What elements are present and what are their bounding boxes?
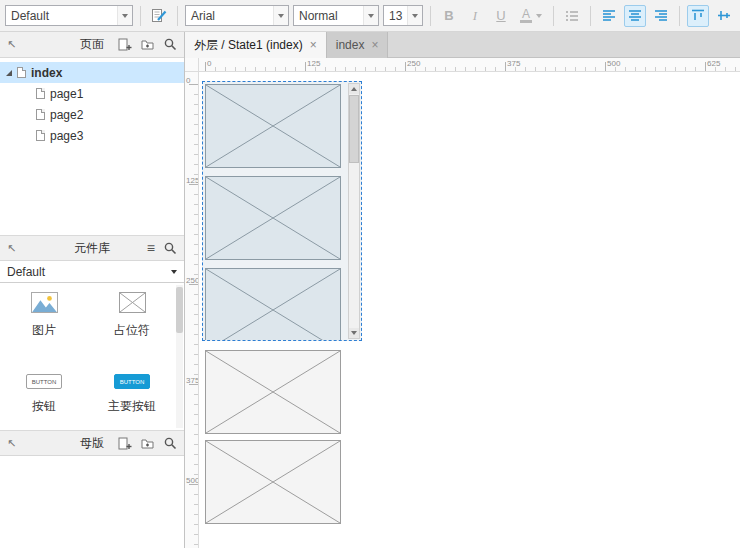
dropdown-arrow-icon [117,6,132,25]
toolbar-divider [553,6,554,26]
widget-library-value: Default [7,265,45,279]
edit-pencil-icon [151,8,167,23]
add-folder-icon[interactable] [141,437,155,450]
align-center-icon [628,9,642,22]
document-tabbar: 外层 / State1 (index) × index × [185,32,740,58]
font-color-icon: A [520,9,532,23]
vertical-ruler: 0 125 250 375 500 [185,72,199,548]
close-tab-icon[interactable]: × [310,39,317,51]
style-preset-dropdown[interactable]: Default [5,5,133,26]
dropdown-arrow-icon [536,14,542,18]
widget-item-primary-button[interactable]: BUTTON 主要按钮 [88,374,176,430]
placeholder-widget[interactable] [205,440,341,524]
horizontal-ruler: 0 125 250 375 500 625 [199,58,740,72]
left-sidebar: ↖ 页面 [0,32,185,548]
dropdown-arrow-icon [273,6,288,25]
search-icon[interactable] [164,242,177,255]
search-icon[interactable] [164,38,177,51]
font-family-dropdown[interactable]: Arial [185,5,289,26]
add-page-icon[interactable] [118,437,132,450]
add-page-icon[interactable] [118,38,132,51]
widgets-panel-header: ↖ 元件库 ≡ [0,235,184,261]
search-icon[interactable] [164,437,177,450]
tab-index-page[interactable]: index × [327,32,389,58]
placeholder-widget[interactable] [205,84,341,168]
toolbar-divider [177,6,178,26]
toolbar-divider [430,6,431,26]
masters-panel-header: ↖ 母版 [0,430,184,456]
page-file-icon [36,130,45,141]
float-panel-icon[interactable]: ↖ [7,38,16,51]
tree-item-page3[interactable]: page3 [0,125,184,146]
button-widget-icon: BUTTON [26,374,62,389]
tree-item-index[interactable]: index [0,62,184,83]
edit-style-button[interactable] [148,5,170,27]
ruler-corner [185,58,199,72]
scrollbar-thumb[interactable] [176,287,183,333]
widget-item-image[interactable]: 图片 [0,292,88,354]
scroll-up-icon[interactable] [349,84,359,94]
font-size-value: 13 [389,9,402,23]
tree-expander-icon[interactable] [6,70,12,76]
widget-item-button[interactable]: BUTTON 按钮 [0,374,88,430]
align-left-icon [602,9,616,22]
dropdown-arrow-icon [171,270,177,274]
align-left-button[interactable] [598,5,620,27]
widget-panel-scrollbar[interactable] [176,285,183,428]
placeholder-widget[interactable] [205,268,341,341]
panel-scrollbar[interactable] [348,83,360,339]
add-folder-icon[interactable] [141,38,155,51]
tree-item-page1[interactable]: page1 [0,83,184,104]
design-canvas[interactable] [199,72,740,548]
placeholder-widget-icon [119,292,146,313]
page-file-icon [36,109,45,120]
bullet-list-button[interactable] [561,5,583,27]
placeholder-widget[interactable] [205,176,341,260]
font-color-button[interactable]: A [516,5,546,27]
image-widget-icon [31,292,58,313]
axure-app-window: Default Arial Normal 13 B I [0,0,740,548]
top-toolbar: Default Arial Normal 13 B I [0,0,740,32]
style-preset-value: Default [11,9,49,23]
tab-panel-state[interactable]: 外层 / State1 (index) × [185,32,327,58]
scroll-down-icon[interactable] [349,328,359,338]
pages-panel-header: ↖ 页面 [0,32,184,58]
dynamic-panel-selection[interactable] [202,81,362,341]
font-style-dropdown[interactable]: Normal [293,5,379,26]
placeholder-widget[interactable] [205,350,341,434]
dropdown-arrow-icon [363,6,378,25]
widget-grid: 图片 占位符 BUTTON 按钮 BUTTON [0,283,176,430]
pages-tree: index page1 page2 page3 [0,58,184,235]
align-top-button[interactable] [687,5,709,27]
toolbar-divider [140,6,141,26]
underline-button[interactable]: U [490,5,512,27]
align-middle-icon [717,9,731,22]
bold-button[interactable]: B [438,5,460,27]
scrollbar-thumb[interactable] [349,95,359,163]
page-file-icon [36,88,45,99]
widget-item-placeholder[interactable]: 占位符 [88,292,176,354]
close-tab-icon[interactable]: × [371,39,378,51]
float-panel-icon[interactable]: ↖ [7,437,16,450]
align-right-icon [654,9,668,22]
primary-button-widget-icon: BUTTON [114,374,150,389]
font-style-value: Normal [299,9,338,23]
font-family-value: Arial [191,9,215,23]
align-center-button[interactable] [624,5,646,27]
align-middle-button[interactable] [713,5,735,27]
font-size-dropdown[interactable]: 13 [383,5,423,26]
page-file-icon [17,67,26,78]
main-area: 外层 / State1 (index) × index × 0 125 250 … [185,32,740,548]
italic-button[interactable]: I [464,5,486,27]
align-top-icon [691,9,705,22]
bullet-list-icon [565,10,579,22]
menu-icon[interactable]: ≡ [147,241,155,255]
tree-item-page2[interactable]: page2 [0,104,184,125]
widget-library-dropdown[interactable]: Default [0,261,184,283]
dropdown-arrow-icon [407,6,422,25]
float-panel-icon[interactable]: ↖ [7,242,16,255]
align-right-button[interactable] [650,5,672,27]
toolbar-divider [679,6,680,26]
toolbar-divider [590,6,591,26]
